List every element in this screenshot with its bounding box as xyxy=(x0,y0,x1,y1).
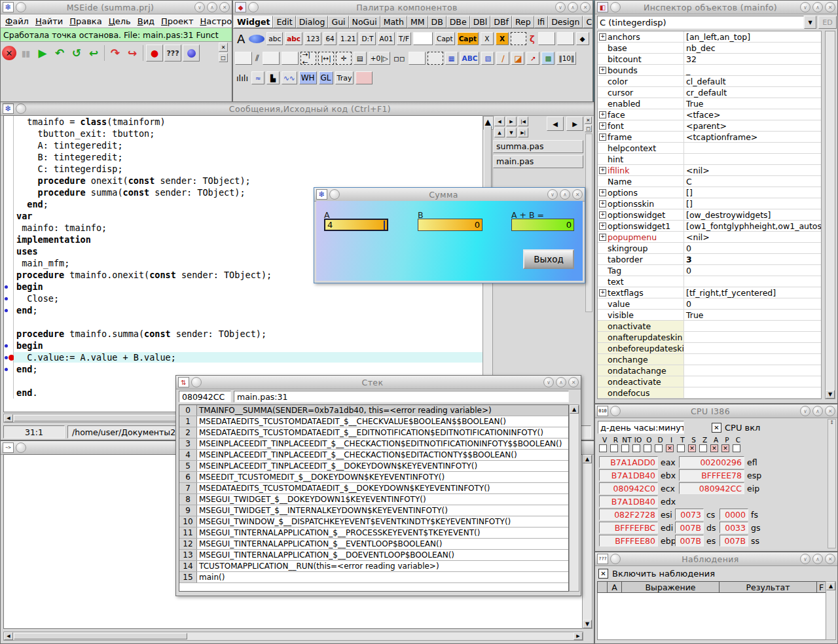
window-menu-button[interactable] xyxy=(329,189,340,200)
file-tab-summa.pas[interactable]: summa.pas xyxy=(493,140,583,153)
code-line[interactable]: begin xyxy=(4,340,483,351)
gutter[interactable] xyxy=(4,222,14,234)
nav-prev-icon[interactable]: ◀ xyxy=(494,116,505,126)
close-icon[interactable]: ✕ xyxy=(825,2,835,12)
property-row[interactable]: enabledTrue xyxy=(598,98,821,109)
property-value[interactable]: True xyxy=(683,310,821,320)
dock-close-icon[interactable]: ✕ xyxy=(219,43,228,52)
component-icon[interactable]: ◆ xyxy=(576,32,589,45)
property-row[interactable]: taborder3 xyxy=(598,254,821,265)
property-value[interactable] xyxy=(683,154,821,164)
flag-checkbox-D[interactable] xyxy=(655,444,663,452)
component-icon[interactable]: X xyxy=(496,32,509,45)
property-row[interactable]: +optionsskin[] xyxy=(598,198,821,209)
maximize-icon[interactable]: ∧ xyxy=(568,2,578,12)
property-row[interactable]: text xyxy=(598,276,821,287)
property-value[interactable]: cl_default xyxy=(683,76,821,86)
component-selector[interactable]: C (tintegerdisp) xyxy=(597,16,804,29)
component-icon[interactable]: ‖10‖ xyxy=(556,52,576,65)
component-icon[interactable]: 64 xyxy=(323,32,337,45)
run-button[interactable]: ▶ xyxy=(35,45,50,61)
component-icon[interactable]: ∿∿ xyxy=(282,71,297,84)
gutter[interactable] xyxy=(4,234,14,245)
property-row[interactable]: +optionswidget1[ow1_fontglyphheight,ow1_… xyxy=(598,221,821,232)
menu-item-цель[interactable]: Цель xyxy=(105,16,134,26)
register-field[interactable]: B7A1ADD0 xyxy=(599,456,658,468)
property-row[interactable]: helpcontext xyxy=(598,143,821,154)
exit-button[interactable]: Выход xyxy=(523,249,574,269)
property-row[interactable]: value0 xyxy=(598,298,821,310)
property-value[interactable]: C xyxy=(683,176,821,187)
close-icon[interactable]: ✕ xyxy=(572,189,583,200)
stack-vertical-scrollbar[interactable]: ▲ xyxy=(569,404,579,592)
flag-checkbox-Z[interactable] xyxy=(699,444,707,452)
step-over-button[interactable]: ↺ xyxy=(69,45,84,61)
expand-icon[interactable]: + xyxy=(598,187,608,198)
flag-checkbox-C[interactable] xyxy=(733,444,740,452)
chevron-down-icon[interactable]: ▼ xyxy=(804,16,816,29)
maximize-icon[interactable]: ∧ xyxy=(812,2,823,12)
component-icon[interactable] xyxy=(263,52,280,65)
property-value[interactable]: 3 xyxy=(683,254,821,264)
flag-checkbox-S[interactable]: ✕ xyxy=(688,444,696,452)
gutter[interactable] xyxy=(4,257,14,269)
code-line[interactable]: Close; xyxy=(4,293,483,304)
property-value[interactable] xyxy=(683,343,821,353)
gutter[interactable] xyxy=(4,387,14,399)
source-titlebar[interactable]: ❄ Сообщения,Исходный код (Ctrl+F1) xyxy=(1,102,594,116)
property-row[interactable]: Tag0 xyxy=(598,265,821,276)
gutter[interactable] xyxy=(4,151,14,163)
gutter[interactable] xyxy=(4,375,14,387)
stack-frame-row[interactable]: 15main() xyxy=(179,572,568,583)
expand-icon[interactable]: + xyxy=(598,109,608,120)
window-menu-button[interactable] xyxy=(610,554,621,564)
gutter[interactable] xyxy=(4,187,14,198)
code-line[interactable]: end; xyxy=(4,304,483,316)
expand-icon[interactable]: + xyxy=(598,221,608,231)
register-field[interactable]: 082F2728 xyxy=(599,509,658,520)
component-icon[interactable]: 123 xyxy=(304,32,321,45)
component-icon[interactable]: Capt xyxy=(457,32,479,45)
palette-tab-dbe[interactable]: DBe xyxy=(446,16,470,28)
ed-button[interactable]: ED xyxy=(818,16,837,29)
watch-column-header[interactable]: F xyxy=(817,581,826,593)
tab-scroll-left-icon[interactable]: ◀ xyxy=(547,116,564,131)
expand-icon[interactable]: + xyxy=(598,120,608,131)
component-icon[interactable]: ▫▫ xyxy=(392,54,407,63)
flag-checkbox-R[interactable] xyxy=(610,444,618,452)
menu-item-проект[interactable]: Проект xyxy=(158,16,196,26)
maximize-icon[interactable]: ∧ xyxy=(812,406,823,416)
code-line[interactable]: tmainfo = class(tmainform) xyxy=(4,116,483,128)
expand-icon[interactable]: + xyxy=(598,287,608,298)
close-icon[interactable]: ✕ xyxy=(825,554,835,564)
gutter[interactable] xyxy=(4,175,14,187)
component-icon[interactable]: ⫽ xyxy=(254,53,261,63)
toggle-breakpoint-button[interactable]: ● xyxy=(146,45,163,62)
minimize-icon[interactable]: ∨ xyxy=(543,377,554,387)
scroll-up-icon[interactable]: ▲ xyxy=(583,455,592,463)
property-value[interactable]: <parent> xyxy=(683,120,821,131)
stack-frame-row[interactable]: 2MSEDATAEDITS_TCUSTOMDATAEDIT_$__EDITNOT… xyxy=(179,427,568,438)
menu-item-правка[interactable]: Правка xyxy=(66,16,105,26)
property-value[interactable]: <nil> xyxy=(683,165,821,175)
scroll-up-icon[interactable]: ▲ xyxy=(826,582,835,590)
property-row[interactable]: NameC xyxy=(598,176,821,187)
palette-tab-dbl[interactable]: DBl xyxy=(470,16,491,28)
watches-table-body[interactable] xyxy=(597,593,826,640)
gutter[interactable] xyxy=(4,328,14,340)
pause-button[interactable]: ▮▮ xyxy=(18,45,33,61)
register-field[interactable]: BFFFEFBC xyxy=(599,522,658,533)
register-field[interactable]: B7A1DB40 xyxy=(599,469,658,481)
stack-frame-row[interactable]: 7MSEDATAEDITS_TCUSTOMDATAEDIT_$__DOKEYDO… xyxy=(179,483,568,494)
minimize-icon[interactable]: ∨ xyxy=(800,406,811,416)
property-row[interactable]: ondatachange xyxy=(598,365,821,376)
stack-frame-row[interactable]: 4MSEINPLACEEDIT_TINPLACEEDIT_$__CHECKACT… xyxy=(179,450,568,461)
register-field[interactable]: 080942CC xyxy=(679,482,744,494)
nav-last-icon[interactable]: ▶| xyxy=(518,128,528,137)
property-row[interactable]: +face<tface> xyxy=(598,109,821,120)
watch-column-header[interactable]: A xyxy=(608,581,622,593)
gutter[interactable] xyxy=(4,198,14,210)
property-value[interactable]: [] xyxy=(683,198,821,209)
component-icon[interactable]: ▧ xyxy=(481,52,494,65)
watches-vertical-scrollbar[interactable]: ▲ xyxy=(826,581,836,640)
